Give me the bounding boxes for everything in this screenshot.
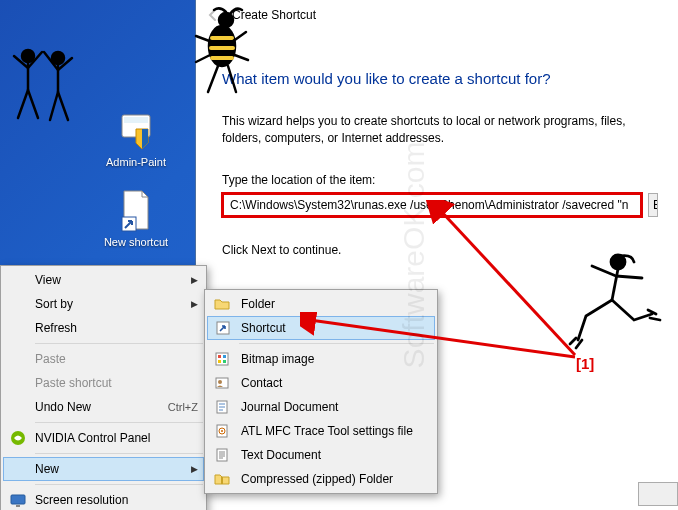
menu-sort-by[interactable]: Sort by▶ xyxy=(3,292,204,316)
shortcut-icon xyxy=(214,319,232,337)
menu-new[interactable]: New▶ xyxy=(3,457,204,481)
contact-icon xyxy=(213,374,231,392)
chevron-right-icon: ▶ xyxy=(191,299,198,309)
menu-shortcut-key: Ctrl+Z xyxy=(168,401,198,413)
back-button[interactable] xyxy=(204,6,222,24)
settings-file-icon xyxy=(213,422,231,440)
bitmap-icon xyxy=(213,350,231,368)
submenu-text-document[interactable]: Text Document xyxy=(207,443,435,467)
svg-point-6 xyxy=(611,255,625,269)
wizard-description: This wizard helps you to create shortcut… xyxy=(222,113,658,147)
menu-screen-resolution[interactable]: Screen resolution xyxy=(3,488,204,510)
location-label: Type the location of the item: xyxy=(222,173,658,187)
svg-rect-11 xyxy=(216,353,228,365)
desktop-icon-admin-paint[interactable]: Admin-Paint xyxy=(98,110,174,168)
menu-nvidia[interactable]: NVIDIA Control Panel xyxy=(3,426,204,450)
svg-rect-14 xyxy=(218,360,221,363)
submenu-compressed[interactable]: Compressed (zipped) Folder xyxy=(207,467,435,491)
menu-undo-new[interactable]: Undo NewCtrl+Z xyxy=(3,395,204,419)
browse-button[interactable]: B xyxy=(648,193,658,217)
svg-point-21 xyxy=(221,430,223,432)
monitor-icon xyxy=(9,491,27,509)
menu-separator xyxy=(35,422,203,423)
journal-icon xyxy=(213,398,231,416)
svg-rect-12 xyxy=(218,355,221,358)
chevron-right-icon: ▶ xyxy=(191,275,198,285)
wizard-title: Create Shortcut xyxy=(232,8,316,22)
submenu-contact[interactable]: Contact xyxy=(207,371,435,395)
submenu-journal[interactable]: Journal Document xyxy=(207,395,435,419)
text-file-icon xyxy=(213,446,231,464)
click-next-text: Click Next to continue. xyxy=(222,243,658,257)
svg-rect-9 xyxy=(16,505,20,507)
svg-rect-22 xyxy=(217,449,227,461)
submenu-shortcut[interactable]: Shortcut xyxy=(207,316,435,340)
menu-paste-shortcut: Paste shortcut xyxy=(3,371,204,395)
desktop-icon-label: Admin-Paint xyxy=(106,156,166,168)
menu-paste: Paste xyxy=(3,347,204,371)
svg-point-1 xyxy=(52,52,64,64)
shortcut-file-icon xyxy=(115,190,157,232)
svg-rect-8 xyxy=(11,495,25,504)
decoration-figure-right xyxy=(556,248,666,358)
wizard-button-area[interactable] xyxy=(638,482,678,506)
desktop-context-menu: View▶ Sort by▶ Refresh Paste Paste short… xyxy=(0,265,207,510)
nvidia-icon xyxy=(9,429,27,447)
menu-separator xyxy=(35,453,203,454)
menu-separator xyxy=(35,484,203,485)
menu-separator xyxy=(239,343,434,344)
menu-separator xyxy=(35,343,203,344)
svg-rect-15 xyxy=(223,360,226,363)
location-input[interactable] xyxy=(222,193,642,217)
menu-view[interactable]: View▶ xyxy=(3,268,204,292)
folder-icon xyxy=(213,295,231,313)
submenu-bitmap[interactable]: Bitmap image xyxy=(207,347,435,371)
decoration-figures-left xyxy=(6,38,88,128)
chevron-right-icon: ▶ xyxy=(191,464,198,474)
svg-rect-13 xyxy=(223,355,226,358)
wizard-heading: What item would you like to create a sho… xyxy=(222,70,658,87)
new-submenu: Folder Shortcut Bitmap image Contact Jou… xyxy=(204,289,438,494)
submenu-folder[interactable]: Folder xyxy=(207,292,435,316)
submenu-atl[interactable]: ATL MFC Trace Tool settings file xyxy=(207,419,435,443)
svg-rect-23 xyxy=(221,477,223,484)
desktop-icon-label: New shortcut xyxy=(104,236,168,248)
svg-point-17 xyxy=(218,380,222,384)
zip-folder-icon xyxy=(213,470,231,488)
desktop-icon-new-shortcut[interactable]: New shortcut xyxy=(98,190,174,248)
menu-refresh[interactable]: Refresh xyxy=(3,316,204,340)
svg-point-0 xyxy=(22,50,34,62)
shield-paint-icon xyxy=(115,110,157,152)
annotation-label-1: [1] xyxy=(576,355,594,372)
wizard-titlebar: Create Shortcut xyxy=(196,0,678,30)
